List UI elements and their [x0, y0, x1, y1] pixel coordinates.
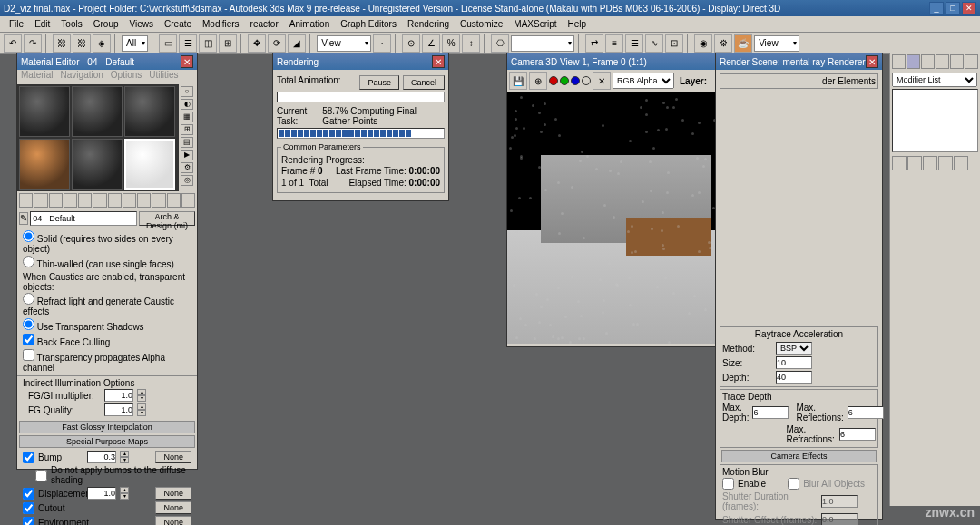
- material-sample-4[interactable]: [19, 139, 70, 190]
- close-icon[interactable]: ✕: [432, 55, 445, 68]
- render-scene-title[interactable]: Render Scene: mental ray Renderer ✕: [716, 53, 882, 70]
- menu-tools[interactable]: Tools: [55, 17, 87, 31]
- camera-effects-header[interactable]: Camera Effects: [721, 450, 877, 462]
- sample-type-icon[interactable]: ○: [181, 86, 193, 97]
- menu-create[interactable]: Create: [159, 17, 197, 31]
- pick-icon[interactable]: ✎: [19, 212, 28, 225]
- close-icon[interactable]: ✕: [866, 55, 878, 68]
- tab-display-icon[interactable]: [950, 54, 964, 69]
- angle-snap-icon[interactable]: ∠: [422, 34, 440, 53]
- spinner-snap-icon[interactable]: ↕: [462, 34, 480, 53]
- tab-modify-icon[interactable]: [906, 54, 920, 69]
- opt-transp[interactable]: Use Transparent Shadows: [23, 317, 191, 333]
- assign-icon[interactable]: [49, 193, 63, 208]
- channel-dropdown[interactable]: RGB Alpha: [612, 73, 674, 89]
- remove-mod-icon[interactable]: [938, 156, 953, 170]
- percent-snap-icon[interactable]: %: [442, 34, 460, 53]
- mono-channel-icon[interactable]: [582, 76, 591, 85]
- depth-input[interactable]: [776, 371, 812, 384]
- move-icon[interactable]: ✥: [248, 34, 266, 53]
- scale-icon[interactable]: ◢: [288, 34, 306, 53]
- opt-thin[interactable]: Thin-walled (can use single faces): [23, 255, 191, 270]
- undo-icon[interactable]: ↶: [4, 34, 22, 53]
- named-sel-icon[interactable]: ⎔: [491, 34, 509, 53]
- configure-icon[interactable]: [954, 156, 968, 170]
- get-material-icon[interactable]: [19, 193, 33, 208]
- link-icon[interactable]: ⛓: [53, 34, 71, 53]
- green-channel-icon[interactable]: [560, 76, 569, 85]
- nav-parent-icon[interactable]: [167, 193, 181, 208]
- menu-rendering[interactable]: Rendering: [402, 17, 455, 31]
- clear-icon[interactable]: ✕: [593, 72, 611, 90]
- mat-menu-navigation[interactable]: Navigation: [61, 70, 103, 84]
- env-map-button[interactable]: None: [155, 516, 191, 525]
- material-name-input[interactable]: [30, 211, 137, 226]
- curve-editor-icon[interactable]: ∿: [645, 34, 663, 53]
- redo-icon[interactable]: ↷: [24, 34, 42, 53]
- enable-check[interactable]: [722, 478, 734, 490]
- env-check[interactable]: [23, 517, 34, 526]
- options-icon[interactable]: ⚙: [181, 162, 193, 173]
- tab-elements[interactable]: der Elements: [720, 73, 878, 89]
- backlight-icon[interactable]: ◐: [181, 99, 193, 110]
- show-map-icon[interactable]: [137, 193, 151, 208]
- layers-icon[interactable]: ☰: [625, 34, 643, 53]
- snap-icon[interactable]: ⊙: [402, 34, 420, 53]
- bump-input[interactable]: [87, 451, 116, 463]
- menu-help[interactable]: Help: [563, 17, 593, 31]
- cutout-check[interactable]: [23, 502, 34, 514]
- nav-sibling-icon[interactable]: [181, 193, 195, 208]
- material-icon[interactable]: ◉: [694, 34, 712, 53]
- material-sample-6[interactable]: [124, 139, 175, 190]
- opt-refract[interactable]: Refract light and generate Caustic effec…: [23, 292, 191, 317]
- material-sample-2[interactable]: [72, 86, 122, 137]
- select-icon[interactable]: ▭: [159, 34, 177, 53]
- cancel-button[interactable]: Cancel: [403, 75, 445, 90]
- render-setup-icon[interactable]: ⚙: [714, 34, 732, 53]
- spin-down-icon[interactable]: ▾: [137, 395, 146, 402]
- tab-hierarchy-icon[interactable]: [921, 54, 935, 69]
- spin-up-icon[interactable]: ▴: [137, 403, 146, 410]
- tab-utilities-icon[interactable]: [965, 54, 978, 69]
- mirror-icon[interactable]: ⇄: [585, 34, 603, 53]
- max-depth-input[interactable]: [752, 406, 789, 419]
- filter-dropdown[interactable]: All: [122, 35, 148, 52]
- modifier-stack[interactable]: [892, 89, 978, 152]
- max-refl-input[interactable]: [848, 406, 884, 419]
- bump-map-button[interactable]: None: [155, 451, 191, 463]
- make-unique-icon[interactable]: [93, 193, 106, 208]
- opt-backface[interactable]: Back Face Culling: [23, 333, 191, 348]
- pin-stack-icon[interactable]: [892, 156, 906, 170]
- minimize-button[interactable]: _: [929, 2, 944, 15]
- clone-icon[interactable]: ⊕: [529, 72, 547, 90]
- fg-quality-input[interactable]: [104, 403, 133, 416]
- mat-menu-utilities[interactable]: Utilities: [149, 70, 178, 84]
- save-image-icon[interactable]: 💾: [509, 72, 527, 90]
- make-copy-icon[interactable]: [78, 193, 92, 208]
- menu-modifiers[interactable]: Modifiers: [197, 17, 245, 31]
- put-library-icon[interactable]: [108, 193, 122, 208]
- menu-maxscript[interactable]: MAXScript: [508, 17, 562, 31]
- render-dropdown[interactable]: View: [754, 35, 799, 52]
- rollout-glossy[interactable]: Fast Glossy Interpolation: [19, 421, 195, 433]
- select-region-icon[interactable]: ◫: [199, 34, 217, 53]
- size-input[interactable]: [776, 356, 812, 369]
- schematic-icon[interactable]: ⊡: [665, 34, 683, 53]
- menu-animation[interactable]: Animation: [284, 17, 335, 31]
- bind-icon[interactable]: ◈: [93, 34, 111, 53]
- cutout-map-button[interactable]: None: [155, 501, 191, 514]
- tab-create-icon[interactable]: [892, 54, 906, 69]
- close-icon[interactable]: ✕: [181, 55, 193, 68]
- max-refr-input[interactable]: [839, 428, 876, 441]
- mat-menu-options[interactable]: Options: [111, 70, 142, 84]
- background-icon[interactable]: ▦: [181, 112, 193, 122]
- rollout-special[interactable]: Special Purpose Maps: [19, 435, 195, 448]
- tab-motion-icon[interactable]: [936, 54, 949, 69]
- pause-button[interactable]: Pause: [359, 75, 399, 90]
- menu-reactor[interactable]: reactor: [245, 17, 284, 31]
- opt-alpha[interactable]: Transparency propagates Alpha channel: [23, 348, 191, 374]
- material-editor-title[interactable]: Material Editor - 04 - Default ✕: [17, 53, 197, 70]
- bump-diffuse-check[interactable]: [35, 470, 47, 481]
- maximize-button[interactable]: □: [946, 2, 960, 15]
- menu-group[interactable]: Group: [88, 17, 124, 31]
